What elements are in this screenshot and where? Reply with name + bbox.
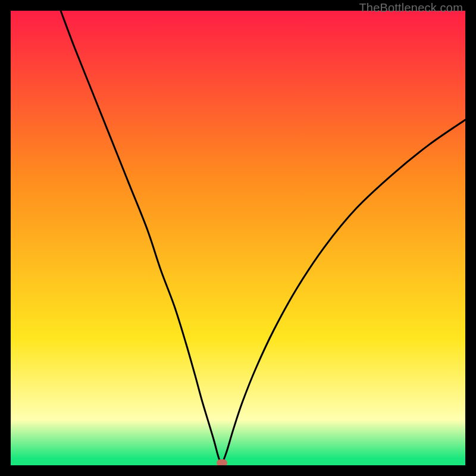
watermark-text: TheBottleneck.com: [359, 1, 463, 15]
chart-stage: TheBottleneck.com: [0, 0, 476, 476]
bottleneck-curve: [11, 11, 465, 465]
plot-area: [11, 11, 465, 465]
optimum-marker: [217, 459, 227, 465]
